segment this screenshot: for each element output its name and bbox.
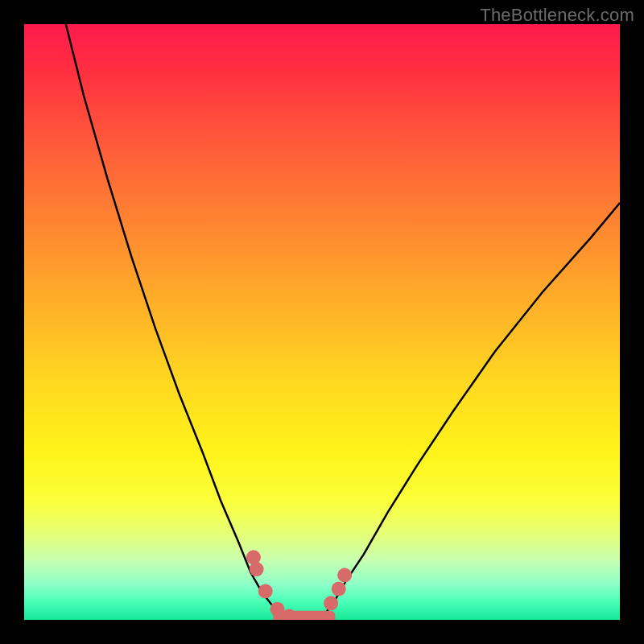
marker-dots — [246, 550, 352, 620]
marker-dot — [258, 584, 273, 598]
marker-dot — [250, 562, 264, 576]
left-curve — [66, 24, 292, 619]
right-curve — [316, 203, 620, 619]
chart-svg — [24, 24, 620, 620]
marker-dot — [324, 596, 338, 610]
marker-dot — [332, 582, 346, 597]
plot-area — [24, 24, 620, 620]
chart-frame: TheBottleneck.com — [0, 0, 644, 644]
valley-bar — [273, 611, 335, 620]
watermark-text: TheBottleneck.com — [480, 5, 634, 26]
marker-dot — [337, 568, 352, 583]
